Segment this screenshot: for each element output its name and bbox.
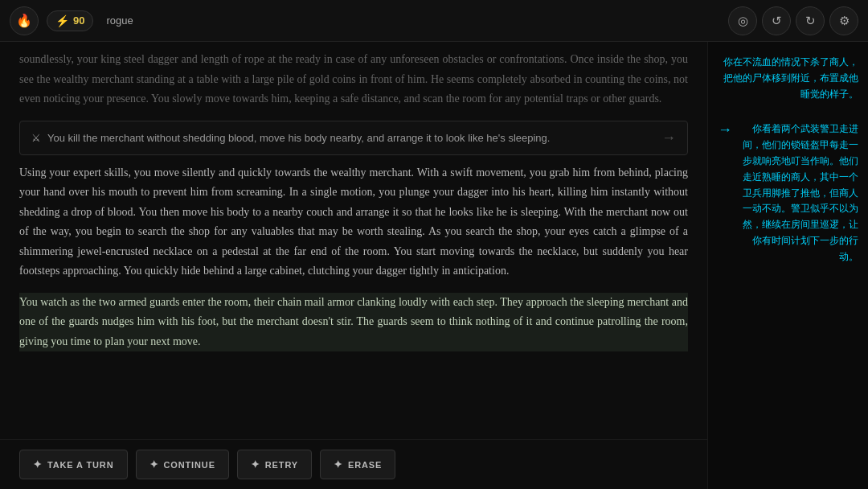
- redo-button[interactable]: ↻: [796, 6, 825, 35]
- target-icon: ◎: [738, 14, 748, 28]
- sidebar-entry-1: → 你看着两个武装警卫走进间，他们的锁链盔甲每走一步就响亮地叮当作响。他们走近熟…: [718, 121, 858, 265]
- story-main-text: Using your expert skills, you move silen…: [19, 163, 688, 281]
- story-faded-text: soundlessly, your king steel dagger and …: [19, 50, 688, 109]
- continue-button[interactable]: ✦ CONTINUE: [136, 450, 229, 479]
- action-sword-icon: ⚔: [31, 132, 41, 144]
- story-scroll[interactable]: soundlessly, your king steel dagger and …: [0, 42, 707, 439]
- target-button[interactable]: ◎: [728, 6, 757, 35]
- erase-icon: ✦: [334, 458, 343, 471]
- action-buttons-bar: ✦ TAKE A TURN ✦ CONTINUE ✦ RETRY ✦ ERASE: [0, 439, 707, 489]
- action-box: ⚔ You kill the merchant without shedding…: [19, 121, 688, 155]
- flame-icon: 🔥: [16, 13, 32, 28]
- sidebar-entry-1-row: → 你看着两个武装警卫走进间，他们的锁链盔甲每走一步就响亮地叮当作响。他们走近熟…: [718, 121, 858, 265]
- erase-button[interactable]: ✦ ERASE: [320, 450, 395, 479]
- sidebar-entry-0: 你在不流血的情况下杀了商人，把他的尸体移到附近，布置成他睡觉的样子。: [718, 55, 858, 102]
- sidebar-text-1: 你看着两个武装警卫走进间，他们的锁链盔甲每走一步就响亮地叮当作响。他们走近熟睡的…: [740, 121, 858, 265]
- story-highlighted-text: You watch as the two armed guards enter …: [19, 293, 688, 352]
- sidebar-arrow-icon: →: [718, 121, 732, 138]
- main-content: soundlessly, your king steel dagger and …: [0, 42, 868, 489]
- action-arrow-icon: →: [661, 129, 676, 146]
- continue-label: CONTINUE: [163, 460, 215, 470]
- story-area: soundlessly, your king steel dagger and …: [0, 42, 707, 489]
- action-box-content: ⚔ You kill the merchant without shedding…: [31, 132, 550, 144]
- topbar: 🔥 ⚡ 90 rogue ◎ ↺ ↻ ⚙: [0, 0, 868, 42]
- action-box-text-content: You kill the merchant without shedding b…: [47, 132, 550, 144]
- settings-button[interactable]: ⚙: [829, 6, 858, 35]
- retry-button[interactable]: ✦ RETRY: [237, 450, 312, 479]
- erase-label: ERASE: [348, 460, 382, 470]
- retry-label: RETRY: [265, 460, 298, 470]
- sidebar-entry-1-content: 你看着两个武装警卫走进间，他们的锁链盔甲每走一步就响亮地叮当作响。他们走近熟睡的…: [740, 121, 858, 265]
- take-turn-icon: ✦: [33, 458, 43, 471]
- take-turn-label: TAKE A TURN: [47, 460, 114, 470]
- settings-icon: ⚙: [839, 14, 850, 28]
- topbar-right: ◎ ↺ ↻ ⚙: [728, 6, 858, 35]
- energy-count: 90: [73, 14, 84, 27]
- undo-icon: ↺: [772, 14, 782, 28]
- undo-button[interactable]: ↺: [762, 6, 791, 35]
- redo-icon: ↻: [805, 14, 816, 28]
- energy-icon: ⚡: [55, 14, 69, 27]
- character-label: rogue: [106, 14, 133, 27]
- continue-icon: ✦: [149, 458, 159, 471]
- retry-icon: ✦: [251, 458, 260, 471]
- sidebar-text-0: 你在不流血的情况下杀了商人，把他的尸体移到附近，布置成他睡觉的样子。: [718, 55, 858, 102]
- energy-badge: ⚡ 90: [47, 10, 93, 31]
- take-a-turn-button[interactable]: ✦ TAKE A TURN: [19, 450, 128, 479]
- flame-button[interactable]: 🔥: [10, 6, 39, 35]
- sidebar: 你在不流血的情况下杀了商人，把他的尸体移到附近，布置成他睡觉的样子。 → 你看着…: [707, 42, 868, 489]
- topbar-left: 🔥 ⚡ 90 rogue: [10, 6, 133, 35]
